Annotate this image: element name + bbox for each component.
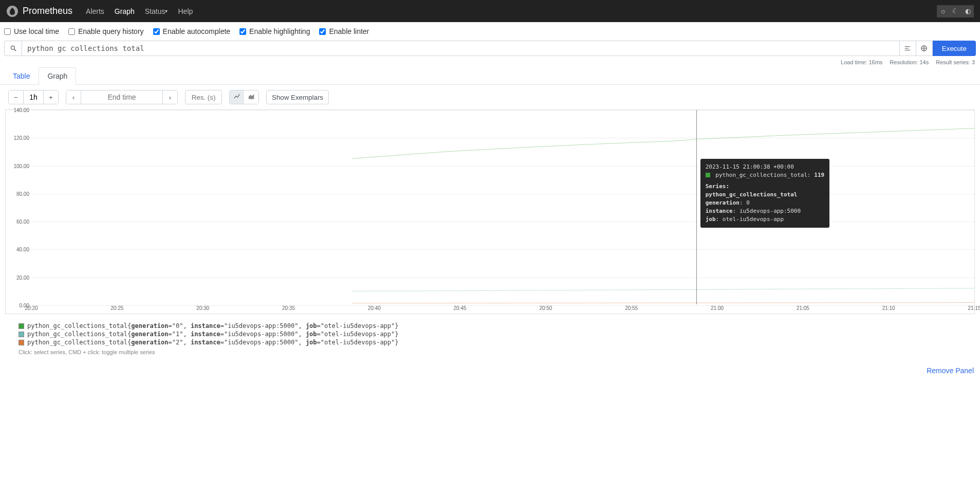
y-tick: 40.00 [16,247,29,252]
options-bar: Use local time Enable query history Enab… [0,22,980,41]
y-tick: 20.00 [16,274,29,280]
range-input[interactable] [23,90,44,104]
series-line[interactable] [352,302,974,303]
legend-item[interactable]: python_gc_collections_total{generation="… [19,339,961,346]
metrics-explorer-button[interactable] [4,41,22,56]
legend-swatch [19,332,24,337]
legend-swatch [19,340,24,345]
x-tick: 20:55 [625,305,638,311]
x-tick: 20:50 [539,305,552,311]
line-chart-icon [233,93,241,100]
x-axis: 20:2020:2520:3020:3520:4020:4520:5020:55… [31,304,974,314]
option-local-time[interactable]: Use local time [4,27,59,35]
tooltip-color-swatch [706,173,710,177]
series-line[interactable] [352,288,974,291]
result-tabs: Table Graph [0,67,980,85]
local-time-checkbox[interactable] [4,28,11,35]
expression-input[interactable] [22,41,900,56]
legend-label: python_gc_collections_total{generation="… [27,339,399,346]
prometheus-logo-icon [6,5,19,17]
theme-light-button[interactable]: ☼ [937,5,949,17]
result-series: Result series: 3 [936,59,975,65]
chart-container: 0.0020.0040.0060.0080.00100.00120.00140.… [0,109,980,363]
nav-alerts[interactable]: Alerts [81,0,109,22]
end-time-group: ‹ › [66,90,178,104]
minus-icon: − [14,94,18,101]
range-decrease-button[interactable]: − [9,90,23,104]
legend-label: python_gc_collections_total{generation="… [27,331,399,338]
resolution-input[interactable] [185,90,222,104]
legend: python_gc_collections_total{generation="… [5,314,975,358]
query-row: Execute [0,41,980,56]
x-tick: 20:35 [282,305,295,311]
theme-auto-button[interactable]: ◐ [961,5,974,17]
graph-controls: − + ‹ › Show Exemplars [0,85,980,109]
legend-item[interactable]: python_gc_collections_total{generation="… [19,322,961,329]
tab-table[interactable]: Table [4,67,39,84]
y-tick: 140.00 [13,107,29,113]
x-tick: 21:15 [968,305,980,311]
theme-controls: ☼ ☾ ◐ [937,5,974,17]
show-exemplars-button[interactable]: Show Exemplars [266,90,329,104]
range-group: − + [8,90,59,104]
tooltip-timestamp: 2023-11-15 21:00:38 +00:00 [706,163,825,171]
x-tick: 20:20 [25,305,38,311]
contrast-icon: ◐ [965,7,971,15]
execute-button[interactable]: Execute [933,41,976,56]
nav-help[interactable]: Help [173,0,198,22]
option-highlighting[interactable]: Enable highlighting [239,27,310,35]
x-tick: 20:45 [454,305,467,311]
tooltip-series-value: python_gc_collections_total: 119 [706,171,825,179]
stacked-mode-button[interactable] [244,90,258,104]
x-tick: 20:30 [196,305,209,311]
autocomplete-checkbox[interactable] [153,28,160,35]
plot-area[interactable] [31,110,974,304]
globe-icon [920,45,928,52]
svg-point-1 [11,46,14,49]
legend-label: python_gc_collections_total{generation="… [27,322,399,329]
x-tick: 21:10 [882,305,895,311]
y-tick: 100.00 [13,163,29,169]
moon-icon: ☾ [952,7,958,15]
format-icon [904,45,911,52]
sun-icon: ☼ [940,7,946,15]
hover-line [696,110,697,304]
y-tick: 120.00 [13,135,29,141]
brand: Prometheus [6,5,72,17]
legend-hint: Click: select series, CMD + click: toggl… [19,349,961,355]
query-history-checkbox[interactable] [68,28,75,35]
nav-graph[interactable]: Graph [109,0,140,22]
nav-status-dropdown[interactable]: Status [140,0,173,22]
svg-line-2 [14,49,16,51]
tab-graph[interactable]: Graph [39,67,76,85]
time-prev-button[interactable]: ‹ [66,90,81,104]
panel-footer: Remove Panel [0,363,980,383]
option-query-history[interactable]: Enable query history [68,27,144,35]
series-line[interactable] [352,129,974,159]
remove-panel-link[interactable]: Remove Panel [927,366,974,375]
chart[interactable]: 0.0020.0040.0060.0080.00100.00120.00140.… [5,109,975,314]
x-tick: 21:05 [797,305,809,311]
end-time-input[interactable] [81,90,163,104]
option-autocomplete[interactable]: Enable autocomplete [153,27,231,35]
legend-swatch [19,323,24,329]
highlighting-checkbox[interactable] [239,28,246,35]
x-tick: 21:00 [711,305,724,311]
option-linter[interactable]: Enable linter [319,27,369,35]
legend-item[interactable]: python_gc_collections_total{generation="… [19,331,961,338]
x-tick: 20:40 [368,305,381,311]
theme-dark-button[interactable]: ☾ [949,5,961,17]
time-next-button[interactable]: › [163,90,177,104]
linter-checkbox[interactable] [319,28,326,35]
query-history-button[interactable] [916,41,933,56]
line-mode-button[interactable] [230,90,244,104]
chevron-right-icon: › [169,94,171,101]
brand-text: Prometheus [23,6,72,16]
range-increase-button[interactable]: + [44,90,58,104]
area-chart-icon [248,93,255,100]
format-query-button[interactable] [900,41,916,56]
y-axis: 0.0020.0040.0060.0080.00100.00120.00140.… [6,110,31,314]
status-line: Load time: 16ms Resolution: 14s Result s… [0,56,980,68]
resolution: Resolution: 14s [890,59,929,65]
navbar: Prometheus Alerts Graph Status Help ☼ ☾ … [0,0,980,22]
